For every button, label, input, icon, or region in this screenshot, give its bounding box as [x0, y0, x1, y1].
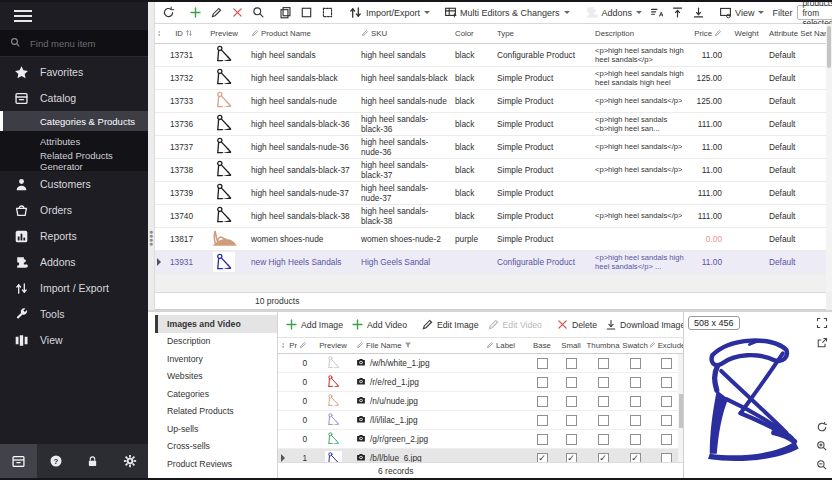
sidebar-item-addons[interactable]: Addons: [0, 249, 148, 275]
table-row[interactable]: 13733high heel sandals-nudehigh heel san…: [155, 90, 826, 113]
tab-images-and-video[interactable]: Images and Video: [155, 315, 277, 333]
image-row[interactable]: 0/l/i/lilac_1.jpg: [278, 411, 683, 430]
settings-icon[interactable]: [111, 444, 148, 478]
column-header-swatch[interactable]: Swatch: [620, 341, 650, 350]
thumbnail-checkbox[interactable]: [598, 434, 609, 445]
delete-image-button[interactable]: Delete: [553, 316, 600, 333]
thumbnail-checkbox[interactable]: [598, 377, 609, 388]
sidebar-item-categories-products[interactable]: Categories & Products: [0, 111, 148, 131]
base-checkbox[interactable]: [537, 358, 548, 369]
multi-editors-dropdown[interactable]: Multi Editors & Changers: [441, 4, 573, 21]
rotate-icon[interactable]: [815, 420, 829, 434]
help-icon[interactable]: ?: [37, 444, 74, 478]
view-dropdown[interactable]: View: [716, 4, 767, 21]
image-row[interactable]: 0/w/h/white_1.jpg: [278, 354, 683, 373]
column-header-weight[interactable]: Weight: [727, 24, 766, 43]
swatch-checkbox[interactable]: [630, 434, 641, 445]
collapse-rows-button[interactable]: [689, 4, 708, 21]
download-image-button[interactable]: Download Image: [602, 317, 688, 333]
table-row[interactable]: 13736high heel sandals-black-36high heel…: [155, 113, 826, 136]
zoom-in-icon[interactable]: [815, 439, 829, 453]
open-external-icon[interactable]: [815, 336, 829, 350]
lock-icon[interactable]: [74, 444, 111, 478]
table-row[interactable]: 13737high heel sandals-nude-36high heel …: [155, 136, 826, 159]
copy-button[interactable]: [276, 4, 295, 21]
swatch-checkbox[interactable]: [630, 377, 641, 388]
sidebar-search[interactable]: [0, 30, 148, 57]
add-image-button[interactable]: Add Image: [282, 316, 346, 333]
column-header-sku[interactable]: SKU: [358, 24, 452, 43]
menu-search-input[interactable]: [28, 37, 128, 50]
filter-select[interactable]: Show products from selected categories: [797, 5, 832, 20]
column-header-thumbna[interactable]: Thumbna: [586, 341, 620, 350]
table-row[interactable]: 13731high heel sandalshigh heel sandalsb…: [155, 44, 826, 67]
exclude-checkbox[interactable]: [661, 358, 672, 369]
sidebar-item-view[interactable]: View: [0, 327, 148, 353]
products-scrollbar-thumb[interactable]: [827, 26, 831, 68]
sidebar-item-reports[interactable]: Reports: [0, 223, 148, 249]
edit-image-button[interactable]: Edit Image: [418, 316, 482, 333]
column-header-label[interactable]: Label: [484, 341, 528, 351]
table-row[interactable]: 13740high heel sandals-black-38high heel…: [155, 205, 826, 228]
sidebar-item-catalog[interactable]: Catalog: [0, 85, 148, 111]
addons-dropdown[interactable]: Addons: [581, 3, 646, 22]
column-header-file-name[interactable]: File Name: [354, 341, 484, 351]
tab-cross-sells[interactable]: Cross-sells: [155, 438, 277, 456]
search-button[interactable]: [249, 4, 268, 21]
tab-description[interactable]: Description: [155, 333, 277, 351]
tab-inventory[interactable]: Inventory: [155, 350, 277, 368]
column-header-small[interactable]: Small: [556, 341, 586, 350]
store-icon[interactable]: [0, 444, 37, 478]
swatch-checkbox[interactable]: [630, 358, 641, 369]
sidebar-item-attributes[interactable]: Attributes: [0, 131, 148, 151]
sidebar-item-customers[interactable]: Customers: [0, 171, 148, 197]
paste-special-button[interactable]: [318, 4, 337, 21]
tab-websites[interactable]: Websites: [155, 368, 277, 386]
add-product-button[interactable]: [186, 4, 205, 21]
fullscreen-icon[interactable]: [815, 316, 829, 330]
add-video-button[interactable]: Add Video: [348, 316, 410, 333]
small-checkbox[interactable]: [566, 415, 577, 426]
small-checkbox[interactable]: [566, 396, 577, 407]
base-checkbox[interactable]: [537, 377, 548, 388]
sidebar-item-tools[interactable]: Tools: [0, 301, 148, 327]
column-header-color[interactable]: Color: [452, 24, 494, 43]
expand-rows-button[interactable]: [668, 4, 687, 21]
select-button[interactable]: [297, 4, 316, 21]
small-checkbox[interactable]: [566, 377, 577, 388]
column-header-base[interactable]: Base: [528, 341, 556, 350]
exclude-checkbox[interactable]: [661, 434, 672, 445]
sidebar-item-import-export[interactable]: Import / Export: [0, 275, 148, 301]
delete-product-button[interactable]: [228, 4, 247, 21]
edit-product-button[interactable]: [207, 4, 226, 21]
column-header-price[interactable]: Price: [688, 24, 727, 43]
column-header-exclude[interactable]: Exclude: [650, 341, 683, 351]
image-row[interactable]: 0/n/u/nude.jpg: [278, 392, 683, 411]
products-scrollbar[interactable]: [826, 24, 832, 292]
table-row[interactable]: 13817women shoes-nudewomen shoes-nude-2p…: [155, 228, 826, 251]
tab-product-reviews[interactable]: Product Reviews: [155, 455, 277, 473]
column-header-type[interactable]: Type: [494, 24, 592, 43]
tab-related-products[interactable]: Related Products: [155, 403, 277, 421]
base-checkbox[interactable]: [537, 396, 548, 407]
swatch-checkbox[interactable]: [630, 396, 641, 407]
table-row[interactable]: 13739high heel sandals-nude-37high heel …: [155, 182, 826, 205]
base-checkbox[interactable]: [537, 415, 548, 426]
tab-categories[interactable]: Categories: [155, 385, 277, 403]
column-header-product-name[interactable]: Product Name: [248, 24, 358, 43]
hamburger-menu-icon[interactable]: [0, 2, 148, 30]
sidebar-item-related-products-generator[interactable]: Related Products Generator: [0, 151, 148, 171]
zoom-out-icon[interactable]: [815, 458, 829, 472]
small-checkbox[interactable]: [566, 434, 577, 445]
small-checkbox[interactable]: [566, 358, 577, 369]
tab-up-sells[interactable]: Up-sells: [155, 420, 277, 438]
column-header-pr[interactable]: Pr: [288, 341, 312, 351]
column-header-description[interactable]: Description: [592, 24, 688, 43]
sidebar-item-orders[interactable]: Orders: [0, 197, 148, 223]
column-header-attribute-set-name[interactable]: Attribute Set Name: [766, 24, 826, 43]
column-header-preview[interactable]: Preview: [200, 24, 248, 43]
table-row[interactable]: 13738high heel sandals-black-37high heel…: [155, 159, 826, 182]
sidebar-item-favorites[interactable]: Favorites: [0, 59, 148, 85]
edit-video-button[interactable]: Edit Video: [484, 316, 545, 333]
exclude-checkbox[interactable]: [661, 396, 672, 407]
